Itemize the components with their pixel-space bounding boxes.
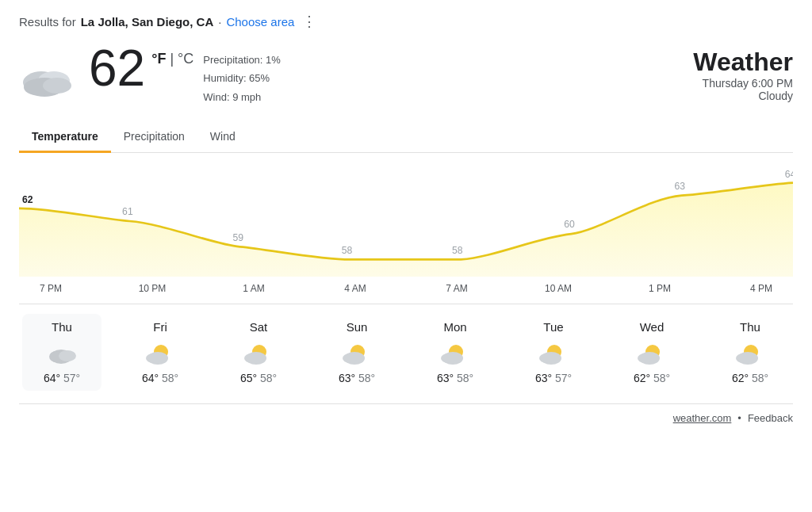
svg-text:58: 58 [342,245,353,256]
svg-point-26 [343,353,357,363]
unit-c[interactable]: °C [178,51,193,67]
svg-point-17 [59,350,76,361]
results-for-label: Results for [19,15,76,29]
weather-condition: Cloudy [693,90,793,102]
search-results-header: Results for La Jolla, San Diego, CA · Ch… [19,13,793,30]
svg-point-35 [638,353,652,363]
location-text: La Jolla, San Diego, CA [81,15,214,29]
day-name: Tue [543,320,563,334]
weather-title: Weather [693,48,793,77]
tab-precipitation[interactable]: Precipitation [111,122,197,153]
day-icon-partly-cloudy [341,338,373,367]
time-label-1: 10 PM [128,283,176,294]
day-name: Fri [153,320,167,334]
forecast-day-thu-next[interactable]: Thu 62° 58° [710,314,790,391]
tab-wind[interactable]: Wind [197,122,248,153]
forecast-day-thu-current[interactable]: Thu 64° 57° [22,314,102,391]
svg-text:58: 58 [452,245,463,256]
forecast-day-mon[interactable]: Mon 63° 58° [416,314,495,391]
time-labels-row: 7 PM 10 PM 1 AM 4 AM 7 AM 10 AM 1 PM 4 P… [19,283,793,294]
temperature-units: °F | °C [151,51,193,67]
svg-point-29 [441,353,455,363]
time-label-3: 4 AM [331,283,379,294]
forecast-day-sat[interactable]: Sat 65° 58° [219,314,298,391]
day-temps: 63° 57° [535,372,572,384]
day-icon-partly-cloudy [243,338,274,367]
day-icon-partly-cloudy [144,338,176,367]
weather-details: Precipitation: 1% Humidity: 65% Wind: 9 … [203,51,281,106]
separator: · [218,15,221,29]
day-temps: 63° 58° [437,372,473,384]
forecast-divider [19,304,793,304]
time-label-4: 7 AM [433,283,481,294]
more-options-icon[interactable]: ⋮ [302,13,316,30]
feedback-link[interactable]: Feedback [748,412,793,424]
current-weather-left: 62 °F | °C Precipitation: 1% Humidity: 6… [19,43,281,106]
time-label-2: 1 AM [230,283,278,294]
weather-tabs: Temperature Precipitation Wind [19,122,793,153]
choose-area-link[interactable]: Choose area [226,15,294,29]
day-icon-partly-cloudy [734,338,766,367]
current-weather-panel: 62 °F | °C Precipitation: 1% Humidity: 6… [19,43,793,106]
day-icon-partly-cloudy [439,338,471,367]
forecast-day-tue[interactable]: Tue 63° 57° [514,314,593,391]
weather-source-link[interactable]: weather.com [673,412,732,424]
humidity-detail: Humidity: 65% [203,69,281,87]
chart-svg: 62 61 59 58 58 60 63 64 [19,166,793,277]
footer-bullet: • [737,412,741,424]
unit-separator: | [170,51,174,67]
day-name: Sat [250,320,268,334]
svg-point-6 [43,78,71,94]
day-temps: 62° 58° [634,372,670,384]
daily-forecast-row: Thu 64° 57° Fri [19,314,793,391]
svg-text:64: 64 [785,169,793,180]
time-label-6: 1 PM [636,283,684,294]
svg-point-23 [244,353,259,363]
forecast-day-fri[interactable]: Fri 64° 58° [121,314,200,391]
wind-detail: Wind: 9 mph [203,88,281,106]
temperature-display: 62 °F | °C Precipitation: 1% Humidity: 6… [89,43,281,106]
day-temps: 62° 58° [732,372,768,384]
unit-f[interactable]: °F [151,51,166,67]
tab-temperature[interactable]: Temperature [19,122,111,153]
state-text: CA [197,15,214,29]
svg-point-38 [736,353,750,363]
day-name: Thu [52,320,72,334]
time-label-0: 7 PM [27,283,75,294]
forecast-day-sun[interactable]: Sun 63° 58° [317,314,396,391]
svg-text:60: 60 [564,218,575,229]
precipitation-detail: Precipitation: 1% [203,51,281,69]
svg-text:61: 61 [122,206,133,217]
day-temps: 64° 58° [142,372,178,384]
svg-point-32 [539,353,553,363]
svg-text:62: 62 [22,194,33,205]
svg-text:59: 59 [232,232,243,243]
day-temps: 64° 57° [44,372,80,384]
temperature-chart: 62 61 59 58 58 60 63 64 [19,166,793,277]
footer: weather.com • Feedback [19,403,793,424]
day-name: Mon [443,320,466,334]
current-weather-right: Weather Thursday 6:00 PM Cloudy [693,48,793,102]
time-label-5: 10 AM [534,283,582,294]
temperature-value: 62 [89,43,145,94]
day-temps: 65° 58° [240,372,277,384]
forecast-day-wed[interactable]: Wed 62° 58° [612,314,691,391]
svg-point-20 [146,353,160,363]
day-icon-partly-cloudy [538,338,569,367]
day-temps: 63° 58° [339,372,375,384]
day-name: Sun [347,320,368,334]
day-icon-cloudy [46,338,78,367]
time-label-7: 4 PM [737,283,785,294]
day-icon-partly-cloudy [636,338,668,367]
current-weather-icon [19,52,76,97]
svg-text:63: 63 [675,181,686,192]
day-name: Wed [640,320,665,334]
weather-datetime: Thursday 6:00 PM [693,77,793,90]
day-name: Thu [740,320,760,334]
